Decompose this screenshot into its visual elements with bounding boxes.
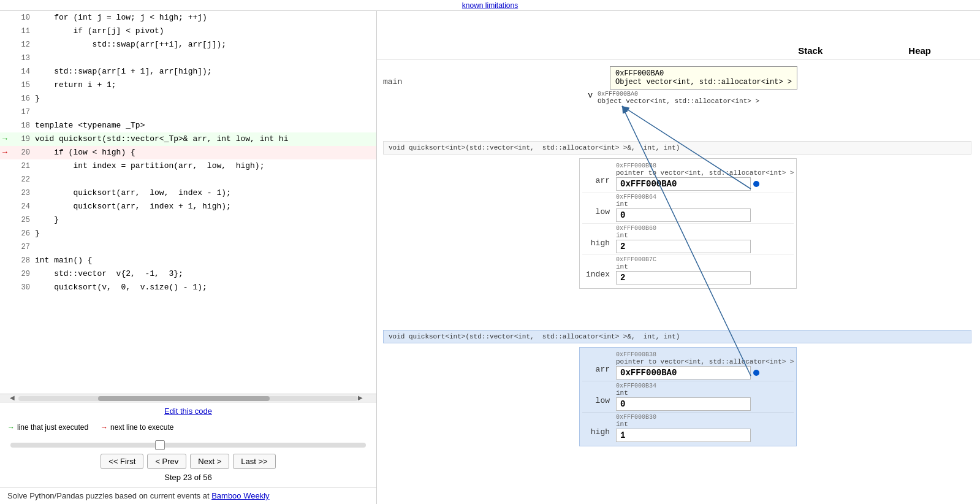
- line-content-30: quicksort(v, 0, v.size() - 1);: [35, 281, 376, 294]
- qs1-frame-header: void quicksort<int>(std::vector<int, std…: [383, 141, 971, 155]
- code-line-16: 16}: [0, 92, 376, 105]
- qs1-arr-name: arr: [582, 162, 616, 185]
- line-content-14: std::swap(arr[i + 1], arr[high]);: [35, 65, 376, 78]
- qs2-arr-type: pointer to vector<int, std::allocator<in…: [616, 358, 794, 365]
- qs1-high-addr: 0xFFF000B60: [616, 225, 751, 232]
- code-line-10: 10 for (int j = low; j < high; ++j): [0, 11, 376, 25]
- bamboo-weekly-link[interactable]: Bamboo Weekly: [211, 491, 269, 500]
- qs1-index-addr: 0xFFF000B7C: [616, 256, 751, 263]
- qs2-arr-dot: [753, 370, 759, 376]
- qs2-arr-val-container: 0xFFF000BA0: [616, 365, 794, 380]
- qs1-frame: arr 0xFFF000B68 pointer to vector<int, s…: [579, 158, 797, 289]
- tooltip-type: Object vector<int, std::allocator<int> >: [615, 78, 792, 86]
- edit-code-link[interactable]: Edit this code: [0, 402, 376, 419]
- line-number-11: 11: [13, 25, 35, 38]
- known-limitations-link[interactable]: known limitations: [462, 1, 518, 10]
- qs2-low-addr: 0xFFF000B34: [616, 383, 751, 389]
- qs1-arr-row: arr 0xFFF000B68 pointer to vector<int, s…: [582, 161, 794, 193]
- code-line-11: 11 if (arr[j] < pivot): [0, 25, 376, 38]
- heap-label: Heap: [908, 45, 931, 56]
- line-number-30: 30: [13, 281, 35, 294]
- green-arrow-icon: →: [7, 423, 15, 432]
- qs1-index-detail: 0xFFF000B7C int 2: [616, 256, 751, 284]
- code-line-27: 27: [0, 240, 376, 254]
- qs1-low-row: low 0xFFF000B64 int 0: [582, 193, 794, 224]
- scrollbar-thumb[interactable]: [98, 396, 270, 401]
- qs2-high-name: high: [582, 414, 616, 437]
- scroll-right-arrow[interactable]: ▶: [358, 394, 367, 403]
- qs1-high-detail: 0xFFF000B60 int 2: [616, 225, 751, 253]
- qs2-high-row: high 0xFFF000B30 int 1: [582, 413, 794, 443]
- qs1-low-addr: 0xFFF000B64: [616, 194, 751, 200]
- qs2-high-val: 1: [616, 429, 751, 442]
- code-line-21: 21 int index = partition(arr, low, high)…: [0, 159, 376, 173]
- qs1-low-type: int: [616, 200, 751, 208]
- v-addr: 0xFFF000BA0: [598, 91, 759, 97]
- nav-buttons: << First < Prev Next > Last >>: [101, 454, 275, 469]
- line-content-12: std::swap(arr[++i], arr[j]);: [35, 38, 376, 52]
- red-arrow-icon: →: [101, 423, 108, 432]
- scroll-left-arrow[interactable]: ◀: [10, 394, 18, 403]
- line-number-20: 20: [13, 146, 35, 159]
- line-content-29: std::vector v{2, -1, 3};: [35, 267, 376, 281]
- qs1-arr-val: 0xFFF000BA0: [616, 177, 751, 191]
- nav-slider[interactable]: [10, 440, 366, 450]
- line-number-10: 10: [13, 11, 35, 25]
- code-line-26: 26}: [0, 227, 376, 240]
- line-number-26: 26: [13, 227, 35, 240]
- line-content-16: }: [35, 92, 376, 105]
- line-number-29: 29: [13, 267, 35, 281]
- content-area: 10 for (int j = low; j < high; ++j) 11 i…: [0, 11, 980, 504]
- line-content-10: for (int j = low; j < high; ++j): [35, 11, 376, 25]
- app-container: known limitations 10 for (int j = low; j…: [0, 0, 980, 504]
- scrollbar-track: [18, 396, 358, 401]
- main-frame-v: v 0xFFF000BA0 Object vector<int, std::al…: [579, 91, 759, 105]
- line-number-17: 17: [13, 105, 35, 119]
- line-number-12: 12: [13, 38, 35, 52]
- line-content-24: quicksort(arr, index + 1, high);: [35, 200, 376, 213]
- qs1-arr-detail: 0xFFF000B68 pointer to vector<int, std::…: [616, 162, 794, 191]
- code-line-18: 18template <typename _Tp>: [0, 119, 376, 132]
- legend-red-label: next line to execute: [110, 423, 173, 432]
- code-panel: 10 for (int j = low; j < high; ++j) 11 i…: [0, 11, 377, 504]
- line-number-14: 14: [13, 65, 35, 78]
- line-content-15: return i + 1;: [35, 78, 376, 92]
- last-button[interactable]: Last >>: [233, 454, 275, 469]
- legend-green: → line that just executed: [7, 423, 88, 432]
- line-number-13: 13: [13, 52, 35, 65]
- legend-red: → next line to execute: [101, 423, 173, 432]
- horizontal-scrollbar[interactable]: ◀ ▶: [0, 394, 376, 402]
- line-number-19: 19: [13, 132, 35, 146]
- code-line-17: 17: [0, 105, 376, 119]
- top-bar: known limitations: [0, 0, 980, 11]
- qs2-high-detail: 0xFFF000B30 int 1: [616, 414, 751, 442]
- qs2-arr-detail: 0xFFF000B38 pointer to vector<int, std::…: [616, 351, 794, 380]
- nav-controls: << First < Prev Next > Last >> Step 23 o…: [0, 435, 376, 487]
- qs1-arr-val-container: 0xFFF000BA0: [616, 177, 794, 191]
- tooltip-addr: 0xFFF000BA0: [615, 69, 792, 78]
- qs1-arr-type: pointer to vector<int, std::allocator<in…: [616, 169, 794, 177]
- next-button[interactable]: Next >: [190, 454, 229, 469]
- qs1-low-detail: 0xFFF000B64 int 0: [616, 194, 751, 222]
- prev-button[interactable]: < Prev: [147, 454, 186, 469]
- qs2-low-name: low: [582, 383, 616, 405]
- line-number-28: 28: [13, 254, 35, 267]
- solve-text: Solve Python/Pandas puzzles based on cur…: [7, 491, 211, 500]
- line-content-28: int main() {: [35, 254, 376, 267]
- qs2-low-row: low 0xFFF000B34 int 0: [582, 381, 794, 413]
- qs2-arr-val: 0xFFF000BA0: [616, 366, 751, 380]
- qs2-low-detail: 0xFFF000B34 int 0: [616, 383, 751, 411]
- first-button[interactable]: << First: [101, 454, 143, 469]
- slider-track: [10, 443, 366, 448]
- code-line-13: 13: [0, 52, 376, 65]
- code-line-23: 23 quicksort(arr, low, index - 1);: [0, 186, 376, 200]
- code-scroll-area[interactable]: 10 for (int j = low; j < high; ++j) 11 i…: [0, 11, 376, 394]
- qs2-frame: arr 0xFFF000B38 pointer to vector<int, s…: [579, 347, 797, 446]
- code-lines: 10 for (int j = low; j < high; ++j) 11 i…: [0, 11, 376, 294]
- line-content-18: template <typename _Tp>: [35, 119, 376, 132]
- qs2-low-val: 0: [616, 397, 751, 411]
- memory-panel[interactable]: Stack Heap 0xFFF000BA0 Object vector<int…: [377, 11, 980, 504]
- code-line-19: →19void quicksort(std::vector<_Tp>& arr,…: [0, 132, 376, 146]
- slider-thumb[interactable]: [155, 440, 165, 450]
- line-number-16: 16: [13, 92, 35, 105]
